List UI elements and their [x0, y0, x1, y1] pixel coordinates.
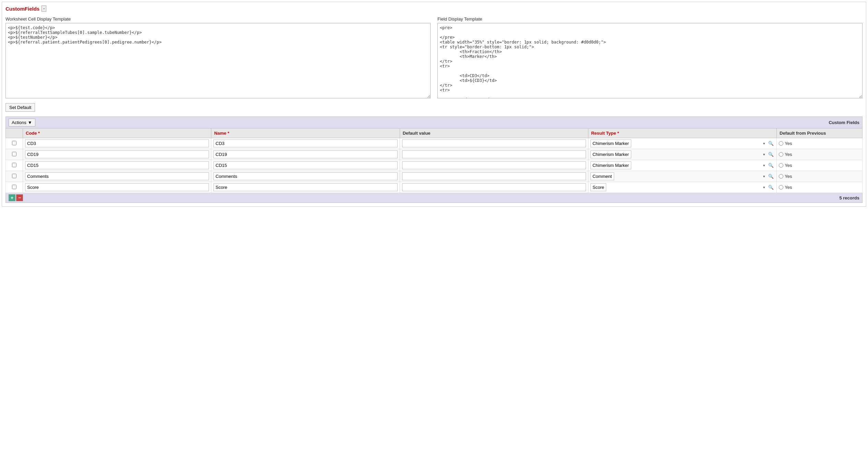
- table-row: Comment🔍Yes: [6, 171, 863, 182]
- col-header-default-value: Default value: [400, 129, 588, 138]
- col-header-default-from-prev: Default from Previous: [777, 129, 863, 138]
- row-checkbox[interactable]: [12, 152, 16, 156]
- result-type-select[interactable]: Comment: [590, 172, 614, 180]
- set-default-button[interactable]: Set Default: [5, 103, 35, 112]
- default-from-previous-radio[interactable]: [779, 141, 783, 146]
- worksheet-template-textarea[interactable]: <p>${test.code}</p> <p>${referralTestSam…: [5, 23, 431, 98]
- default-from-previous-radio[interactable]: [779, 174, 783, 179]
- default-from-previous-radio[interactable]: [779, 163, 783, 168]
- default-value-input[interactable]: [402, 150, 586, 158]
- add-remove-buttons: + −: [9, 194, 23, 201]
- records-count: 5 records: [839, 195, 859, 200]
- add-row-button[interactable]: +: [9, 194, 15, 201]
- table-footer: + − 5 records: [5, 193, 863, 203]
- field-display-template-textarea[interactable]: <pre> </pre> <table width="35%" style="b…: [437, 23, 863, 98]
- custom-fields-table: Code * Name * Default value Result Type …: [5, 128, 863, 193]
- default-value-input[interactable]: [402, 172, 586, 180]
- result-type-select[interactable]: Chimerism Marker: [590, 161, 631, 169]
- name-input[interactable]: [213, 150, 397, 158]
- default-from-previous-radio[interactable]: [779, 185, 783, 190]
- row-checkbox[interactable]: [12, 141, 16, 145]
- row-checkbox[interactable]: [12, 174, 16, 178]
- table-row: Chimerism Marker🔍Yes: [6, 149, 863, 160]
- code-input[interactable]: [25, 183, 209, 191]
- default-from-previous-label: Yes: [785, 141, 792, 146]
- worksheet-template-block: Worksheet Cell Display Template <p>${tes…: [5, 16, 431, 98]
- name-input[interactable]: [213, 183, 397, 191]
- templates-row: Worksheet Cell Display Template <p>${tes…: [5, 16, 863, 98]
- result-type-search-button[interactable]: 🔍: [767, 141, 774, 146]
- result-type-search-button[interactable]: 🔍: [767, 185, 774, 190]
- result-type-search-button[interactable]: 🔍: [767, 152, 774, 157]
- default-from-previous-radio[interactable]: [779, 152, 783, 157]
- actions-button[interactable]: Actions ▼: [9, 119, 35, 126]
- field-display-template-block: Field Display Template <pre> </pre> <tab…: [437, 16, 863, 98]
- default-value-input[interactable]: [402, 139, 586, 147]
- result-type-select[interactable]: Score: [590, 183, 606, 191]
- result-type-select[interactable]: Chimerism Marker: [590, 150, 631, 158]
- row-checkbox[interactable]: [12, 163, 16, 167]
- worksheet-template-label: Worksheet Cell Display Template: [5, 16, 431, 22]
- default-value-input[interactable]: [402, 183, 586, 191]
- table-row: Chimerism Marker🔍Yes: [6, 160, 863, 171]
- table-toolbar: Actions ▼ Custom Fields: [5, 117, 863, 128]
- result-type-select[interactable]: Chimerism Marker: [590, 139, 631, 147]
- collapse-button[interactable]: -: [42, 5, 46, 12]
- remove-row-button[interactable]: −: [16, 194, 23, 201]
- code-input[interactable]: [25, 139, 209, 147]
- result-type-search-button[interactable]: 🔍: [767, 163, 774, 168]
- name-input[interactable]: [213, 161, 397, 169]
- name-input[interactable]: [213, 172, 397, 180]
- default-from-previous-label: Yes: [785, 185, 792, 190]
- result-type-search-button[interactable]: 🔍: [767, 174, 774, 179]
- actions-label: Actions: [12, 120, 26, 125]
- field-display-template-label: Field Display Template: [437, 16, 863, 22]
- col-header-result-type: Result Type *: [588, 129, 776, 138]
- code-input[interactable]: [25, 161, 209, 169]
- default-from-previous-label: Yes: [785, 152, 792, 157]
- table-row: Chimerism Marker🔍Yes: [6, 138, 863, 149]
- col-header-name: Name *: [211, 129, 400, 138]
- default-value-input[interactable]: [402, 161, 586, 169]
- table-header-row: Code * Name * Default value Result Type …: [6, 129, 863, 138]
- actions-dropdown-icon: ▼: [28, 120, 32, 125]
- col-header-code: Code *: [23, 129, 211, 138]
- default-from-previous-label: Yes: [785, 163, 792, 168]
- default-from-previous-label: Yes: [785, 174, 792, 179]
- row-checkbox[interactable]: [12, 185, 16, 189]
- table-title: Custom Fields: [829, 120, 859, 125]
- col-header-checkbox: [6, 129, 23, 138]
- name-input[interactable]: [213, 139, 397, 147]
- section-title: CustomFields: [5, 6, 39, 12]
- table-row: Score🔍Yes: [6, 182, 863, 193]
- custom-fields-section: CustomFields - Worksheet Cell Display Te…: [2, 2, 866, 207]
- section-header: CustomFields -: [5, 5, 863, 12]
- code-input[interactable]: [25, 150, 209, 158]
- code-input[interactable]: [25, 172, 209, 180]
